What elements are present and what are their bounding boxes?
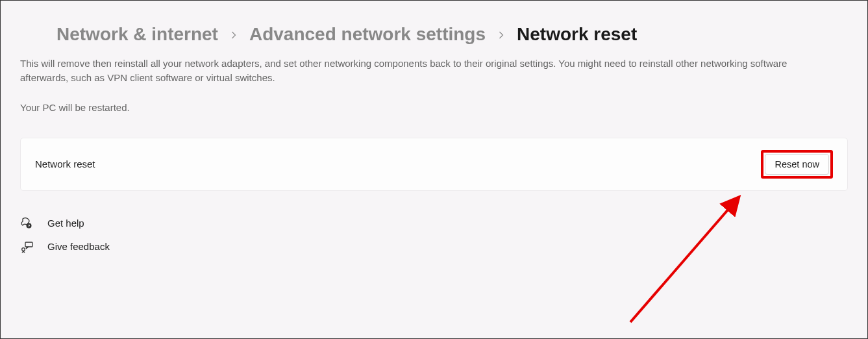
chevron-right-icon <box>497 27 505 42</box>
help-icon: ? <box>20 217 33 230</box>
restart-note: Your PC will be restarted. <box>20 102 848 113</box>
reset-now-button[interactable]: Reset now <box>765 154 829 175</box>
svg-text:?: ? <box>28 224 31 228</box>
svg-point-2 <box>22 247 25 251</box>
get-help-label: Get help <box>47 218 84 229</box>
breadcrumb-network-internet[interactable]: Network & internet <box>56 24 218 45</box>
breadcrumb: Network & internet Advanced network sett… <box>56 24 848 45</box>
annotation-highlight-box: Reset now <box>761 150 833 179</box>
breadcrumb-advanced-settings[interactable]: Advanced network settings <box>249 24 486 45</box>
page-description: This will remove then reinstall all your… <box>20 56 819 85</box>
get-help-link[interactable]: ? Get help <box>20 217 848 230</box>
card-label: Network reset <box>35 158 95 170</box>
chevron-right-icon <box>230 27 238 42</box>
give-feedback-link[interactable]: Give feedback <box>20 240 848 253</box>
feedback-icon <box>20 240 33 253</box>
give-feedback-label: Give feedback <box>47 241 110 252</box>
breadcrumb-current: Network reset <box>517 24 637 45</box>
network-reset-card: Network reset Reset now <box>20 138 848 191</box>
svg-rect-3 <box>25 242 32 247</box>
footer-links: ? Get help Give feedback <box>20 217 848 253</box>
